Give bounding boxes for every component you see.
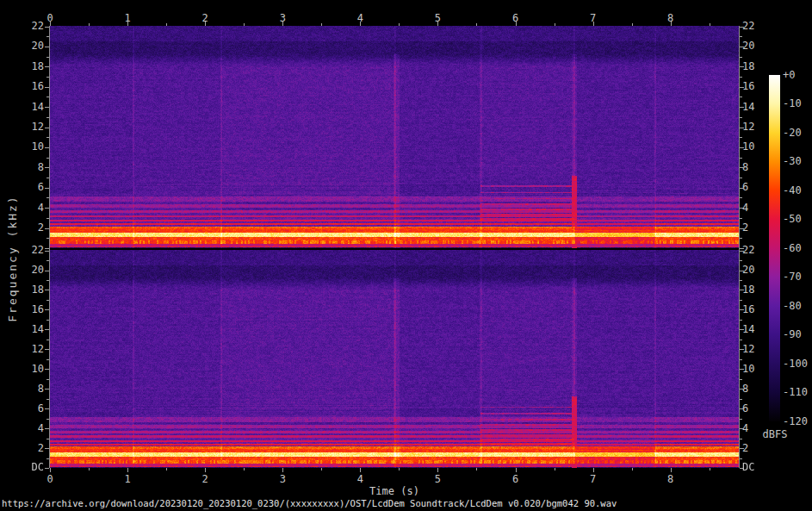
freq-tick-label-left: 22 xyxy=(18,21,44,32)
freq-minor-tick xyxy=(46,300,49,301)
time-major-tick xyxy=(50,468,51,472)
time-major-tick xyxy=(671,22,672,26)
freq-major-tick xyxy=(45,47,49,47)
freq-minor-tick xyxy=(740,57,742,58)
freq-major-tick xyxy=(45,251,49,252)
time-minor-tick xyxy=(632,23,633,26)
time-minor-tick xyxy=(166,23,167,26)
freq-minor-tick xyxy=(740,158,742,159)
freq-tick-label-left: 20 xyxy=(18,265,44,276)
sox-spectrogram-image: Frequency (kHz) 001122334455667788222220… xyxy=(0,0,812,511)
freq-tick-label-right: 22 xyxy=(742,245,772,256)
freq-major-tick xyxy=(45,188,49,189)
colorbar-tick-label: -80 xyxy=(783,301,812,312)
freq-major-tick xyxy=(45,66,49,67)
freq-minor-tick xyxy=(46,340,49,340)
freq-tick-label-right: 6 xyxy=(742,182,772,193)
freq-major-tick xyxy=(45,349,49,350)
colorbar-tick-label: -30 xyxy=(783,156,812,167)
time-major-tick xyxy=(437,468,438,472)
freq-major-tick xyxy=(740,107,744,108)
time-tick-label-bottom: 6 xyxy=(506,474,525,485)
freq-major-tick xyxy=(740,147,744,148)
freq-tick-label-left: 4 xyxy=(18,203,44,214)
freq-tick-label-right: 8 xyxy=(742,383,772,395)
freq-dc-tick xyxy=(45,468,49,469)
freq-minor-tick xyxy=(740,399,742,400)
freq-major-tick xyxy=(740,369,744,370)
freq-minor-tick xyxy=(740,280,742,281)
freq-tick-label-right: 18 xyxy=(742,61,772,72)
freq-major-tick xyxy=(45,208,49,209)
colorbar-tick-label: -100 xyxy=(783,358,812,370)
freq-major-tick xyxy=(45,369,49,370)
freq-tick-label-right: 2 xyxy=(742,443,772,454)
freq-tick-label-right: 10 xyxy=(742,141,772,153)
freq-minor-tick xyxy=(46,197,49,198)
freq-minor-tick xyxy=(740,178,742,178)
freq-tick-label-right: 12 xyxy=(742,344,772,355)
time-tick-label-bottom: 4 xyxy=(350,474,369,485)
freq-tick-label-left: 8 xyxy=(18,383,44,395)
freq-major-tick xyxy=(740,251,744,252)
freq-major-tick xyxy=(45,147,49,148)
colorbar-tick-label: -120 xyxy=(783,416,812,427)
freq-minor-tick xyxy=(46,320,49,321)
colorbar-tick-label: -70 xyxy=(783,271,812,283)
time-major-tick xyxy=(360,22,361,26)
freq-major-tick xyxy=(45,309,49,310)
freq-minor-tick xyxy=(46,280,49,281)
freq-dc-label-right: DC xyxy=(742,462,772,473)
freq-minor-tick xyxy=(46,77,49,78)
freq-tick-label-right: 14 xyxy=(742,102,772,113)
freq-minor-tick xyxy=(46,439,49,439)
colorbar-tick-label: -40 xyxy=(783,185,812,196)
source-url-title: https://archive.org/download/20230120_20… xyxy=(2,498,617,508)
freq-major-tick xyxy=(45,228,49,229)
freq-major-tick xyxy=(740,87,744,88)
time-minor-tick xyxy=(399,23,400,26)
time-tick-label-bottom: 7 xyxy=(584,474,603,485)
freq-minor-tick xyxy=(740,320,742,321)
freq-tick-label-left: 2 xyxy=(18,443,44,454)
time-minor-tick xyxy=(166,468,167,470)
freq-minor-tick xyxy=(46,238,49,239)
freq-major-tick xyxy=(45,27,49,28)
time-minor-tick xyxy=(710,468,710,470)
freq-tick-label-right: 16 xyxy=(742,81,772,92)
freq-minor-tick xyxy=(740,218,742,219)
time-major-tick xyxy=(282,468,283,472)
freq-major-tick xyxy=(740,188,744,189)
time-minor-tick xyxy=(555,23,555,26)
freq-major-tick xyxy=(45,271,49,271)
freq-tick-label-right: 2 xyxy=(742,222,772,234)
freq-minor-tick xyxy=(46,419,49,420)
time-major-tick xyxy=(127,468,128,472)
freq-tick-label-left: 12 xyxy=(18,344,44,355)
freq-major-tick xyxy=(45,448,49,449)
freq-minor-tick xyxy=(740,36,742,37)
time-major-tick xyxy=(127,22,128,26)
freq-major-tick xyxy=(45,107,49,108)
freq-tick-label-right: 4 xyxy=(742,203,772,214)
freq-major-tick xyxy=(45,128,49,128)
time-minor-tick xyxy=(476,23,477,26)
freq-tick-label-left: 22 xyxy=(18,245,44,256)
freq-major-tick xyxy=(740,329,744,330)
freq-major-tick xyxy=(740,228,744,229)
freq-minor-tick xyxy=(46,137,49,138)
freq-major-tick xyxy=(740,167,744,168)
freq-major-tick xyxy=(740,309,744,310)
freq-minor-tick xyxy=(740,419,742,420)
freq-tick-label-right: 10 xyxy=(742,364,772,375)
freq-major-tick xyxy=(45,329,49,330)
time-axis-label: Time (s) xyxy=(369,485,419,497)
freq-axis-label: Frequency (kHz) xyxy=(6,195,19,321)
freq-minor-tick xyxy=(740,300,742,301)
colorbar-unit-label: dBFS xyxy=(754,428,796,440)
time-tick-label-bottom: 1 xyxy=(118,474,137,485)
freq-tick-label-right: 18 xyxy=(742,284,772,296)
time-minor-tick xyxy=(632,468,633,470)
freq-major-tick xyxy=(740,66,744,67)
freq-major-tick xyxy=(740,290,744,290)
